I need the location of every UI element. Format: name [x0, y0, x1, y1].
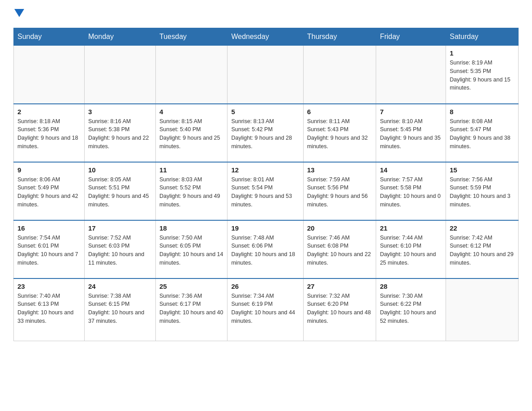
day-info: Sunrise: 7:34 AMSunset: 6:19 PMDaylight:… — [231, 292, 299, 325]
logo-triangle-icon — [14, 9, 24, 17]
calendar-day-cell: 27Sunrise: 7:32 AMSunset: 6:20 PMDayligh… — [303, 278, 376, 341]
calendar-body: 1Sunrise: 8:19 AMSunset: 5:35 PMDaylight… — [14, 46, 519, 341]
calendar-day-cell: 6Sunrise: 8:11 AMSunset: 5:43 PMDaylight… — [303, 104, 376, 162]
day-info: Sunrise: 7:46 AMSunset: 6:08 PMDaylight:… — [307, 234, 373, 267]
day-number: 25 — [159, 283, 223, 290]
calendar-day-cell — [303, 46, 376, 104]
day-info: Sunrise: 7:30 AMSunset: 6:22 PMDaylight:… — [380, 292, 442, 325]
day-number: 13 — [307, 166, 373, 174]
day-number: 10 — [88, 166, 152, 174]
day-info: Sunrise: 7:40 AMSunset: 6:13 PMDaylight:… — [17, 292, 81, 325]
calendar-day-cell — [227, 46, 303, 104]
day-info: Sunrise: 8:05 AMSunset: 5:51 PMDaylight:… — [88, 176, 152, 209]
day-info: Sunrise: 7:52 AMSunset: 6:03 PMDaylight:… — [88, 234, 152, 267]
page-header — [13, 9, 519, 19]
calendar-day-cell: 14Sunrise: 7:57 AMSunset: 5:58 PMDayligh… — [376, 162, 446, 220]
day-info: Sunrise: 7:48 AMSunset: 6:06 PMDaylight:… — [231, 234, 299, 267]
day-number: 4 — [159, 108, 223, 116]
day-number: 26 — [231, 283, 299, 290]
day-info: Sunrise: 7:44 AMSunset: 6:10 PMDaylight:… — [380, 234, 442, 267]
calendar-week-row: 16Sunrise: 7:54 AMSunset: 6:01 PMDayligh… — [14, 220, 519, 278]
day-info: Sunrise: 8:18 AMSunset: 5:36 PMDaylight:… — [17, 117, 81, 151]
day-info: Sunrise: 8:19 AMSunset: 5:35 PMDaylight:… — [450, 59, 515, 92]
calendar-day-cell: 22Sunrise: 7:42 AMSunset: 6:12 PMDayligh… — [446, 220, 519, 278]
day-info: Sunrise: 7:57 AMSunset: 5:58 PMDaylight:… — [380, 176, 442, 209]
calendar-day-cell: 19Sunrise: 7:48 AMSunset: 6:06 PMDayligh… — [227, 220, 303, 278]
day-number: 7 — [380, 108, 442, 116]
day-info: Sunrise: 7:36 AMSunset: 6:17 PMDaylight:… — [159, 292, 223, 325]
day-number: 11 — [159, 166, 223, 174]
col-saturday: Saturday — [446, 28, 519, 46]
day-info: Sunrise: 7:50 AMSunset: 6:05 PMDaylight:… — [159, 234, 223, 267]
day-number: 22 — [450, 224, 515, 232]
calendar-day-cell: 15Sunrise: 7:56 AMSunset: 5:59 PMDayligh… — [446, 162, 519, 220]
day-number: 3 — [88, 108, 152, 116]
day-info: Sunrise: 8:15 AMSunset: 5:40 PMDaylight:… — [159, 117, 223, 151]
col-monday: Monday — [85, 28, 156, 46]
day-info: Sunrise: 8:10 AMSunset: 5:45 PMDaylight:… — [380, 117, 442, 151]
col-friday: Friday — [376, 28, 446, 46]
calendar-day-cell: 16Sunrise: 7:54 AMSunset: 6:01 PMDayligh… — [14, 220, 85, 278]
calendar-day-cell: 17Sunrise: 7:52 AMSunset: 6:03 PMDayligh… — [85, 220, 156, 278]
calendar-day-cell: 25Sunrise: 7:36 AMSunset: 6:17 PMDayligh… — [156, 278, 227, 341]
calendar-week-row: 2Sunrise: 8:18 AMSunset: 5:36 PMDaylight… — [14, 104, 519, 162]
calendar-day-cell — [376, 46, 446, 104]
day-number: 6 — [307, 108, 373, 116]
day-info: Sunrise: 7:32 AMSunset: 6:20 PMDaylight:… — [307, 292, 373, 325]
day-info: Sunrise: 8:01 AMSunset: 5:54 PMDaylight:… — [231, 176, 299, 209]
calendar-day-cell: 10Sunrise: 8:05 AMSunset: 5:51 PMDayligh… — [85, 162, 156, 220]
calendar-day-cell: 20Sunrise: 7:46 AMSunset: 6:08 PMDayligh… — [303, 220, 376, 278]
day-info: Sunrise: 8:06 AMSunset: 5:49 PMDaylight:… — [17, 176, 81, 209]
day-info: Sunrise: 8:13 AMSunset: 5:42 PMDaylight:… — [231, 117, 299, 151]
day-info: Sunrise: 8:11 AMSunset: 5:43 PMDaylight:… — [307, 117, 373, 151]
calendar-week-row: 23Sunrise: 7:40 AMSunset: 6:13 PMDayligh… — [14, 278, 519, 341]
day-number: 1 — [450, 49, 515, 57]
calendar-day-cell: 21Sunrise: 7:44 AMSunset: 6:10 PMDayligh… — [376, 220, 446, 278]
calendar-day-cell: 24Sunrise: 7:38 AMSunset: 6:15 PMDayligh… — [85, 278, 156, 341]
logo-wrapper — [13, 9, 24, 19]
day-number: 12 — [231, 166, 299, 174]
calendar-table: Sunday Monday Tuesday Wednesday Thursday… — [13, 28, 519, 341]
calendar-day-cell: 7Sunrise: 8:10 AMSunset: 5:45 PMDaylight… — [376, 104, 446, 162]
day-number: 23 — [17, 283, 81, 290]
logo — [13, 9, 24, 19]
day-info: Sunrise: 8:03 AMSunset: 5:52 PMDaylight:… — [159, 176, 223, 209]
calendar-day-cell: 28Sunrise: 7:30 AMSunset: 6:22 PMDayligh… — [376, 278, 446, 341]
header-row: Sunday Monday Tuesday Wednesday Thursday… — [14, 28, 519, 46]
calendar-day-cell: 8Sunrise: 8:08 AMSunset: 5:47 PMDaylight… — [446, 104, 519, 162]
calendar-day-cell — [156, 46, 227, 104]
day-number: 19 — [231, 224, 299, 232]
day-info: Sunrise: 7:42 AMSunset: 6:12 PMDaylight:… — [450, 234, 515, 267]
calendar-week-row: 1Sunrise: 8:19 AMSunset: 5:35 PMDaylight… — [14, 46, 519, 104]
day-info: Sunrise: 7:56 AMSunset: 5:59 PMDaylight:… — [450, 176, 515, 209]
calendar-day-cell: 9Sunrise: 8:06 AMSunset: 5:49 PMDaylight… — [14, 162, 85, 220]
day-number: 27 — [307, 283, 373, 290]
day-number: 20 — [307, 224, 373, 232]
day-info: Sunrise: 7:59 AMSunset: 5:56 PMDaylight:… — [307, 176, 373, 209]
calendar-day-cell: 12Sunrise: 8:01 AMSunset: 5:54 PMDayligh… — [227, 162, 303, 220]
day-number: 15 — [450, 166, 515, 174]
svg-marker-0 — [14, 9, 24, 17]
calendar-day-cell: 3Sunrise: 8:16 AMSunset: 5:38 PMDaylight… — [85, 104, 156, 162]
calendar-day-cell — [85, 46, 156, 104]
calendar-day-cell: 2Sunrise: 8:18 AMSunset: 5:36 PMDaylight… — [14, 104, 85, 162]
day-number: 5 — [231, 108, 299, 116]
day-number: 2 — [17, 108, 81, 116]
calendar-header: Sunday Monday Tuesday Wednesday Thursday… — [14, 28, 519, 46]
day-number: 18 — [159, 224, 223, 232]
day-number: 21 — [380, 224, 442, 232]
calendar-day-cell: 5Sunrise: 8:13 AMSunset: 5:42 PMDaylight… — [227, 104, 303, 162]
col-thursday: Thursday — [303, 28, 376, 46]
col-sunday: Sunday — [14, 28, 85, 46]
day-number: 16 — [17, 224, 81, 232]
day-info: Sunrise: 7:54 AMSunset: 6:01 PMDaylight:… — [17, 234, 81, 267]
day-info: Sunrise: 8:08 AMSunset: 5:47 PMDaylight:… — [450, 117, 515, 151]
logo-top — [13, 9, 24, 19]
calendar-day-cell: 11Sunrise: 8:03 AMSunset: 5:52 PMDayligh… — [156, 162, 227, 220]
calendar-day-cell — [446, 278, 519, 341]
day-number: 17 — [88, 224, 152, 232]
calendar-day-cell: 1Sunrise: 8:19 AMSunset: 5:35 PMDaylight… — [446, 46, 519, 104]
day-number: 24 — [88, 283, 152, 290]
calendar-day-cell — [14, 46, 85, 104]
day-number: 9 — [17, 166, 81, 174]
